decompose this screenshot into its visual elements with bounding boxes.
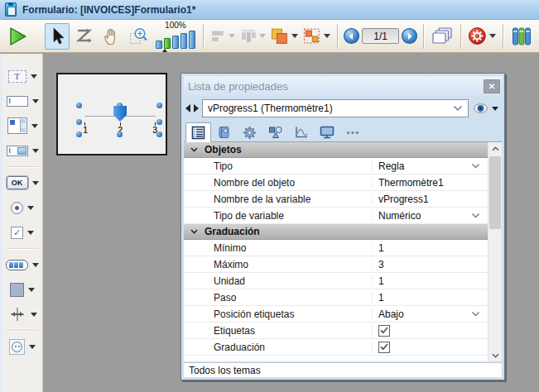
property-value[interactable]: Regla <box>373 158 488 174</box>
prev-object-icon[interactable] <box>185 104 190 112</box>
selection-handle[interactable] <box>76 103 82 108</box>
chevron-down-icon[interactable] <box>32 263 39 267</box>
chevron-down-icon[interactable] <box>31 124 38 128</box>
checkbox[interactable] <box>378 342 390 353</box>
palette-knob[interactable] <box>9 338 36 355</box>
selection-handle[interactable] <box>156 103 162 108</box>
selection-handle[interactable] <box>156 131 162 137</box>
scrollbar-thumb[interactable] <box>489 156 501 229</box>
selection-handle[interactable] <box>117 103 123 108</box>
palette-static-text[interactable]: T <box>8 68 37 84</box>
property-label: Tipo de variable <box>184 210 373 222</box>
property-label: Graduación <box>184 342 373 353</box>
palette-splitter[interactable] <box>8 306 37 323</box>
property-value[interactable]: Abajo <box>373 306 488 322</box>
tab-order-tool-button[interactable] <box>72 23 97 50</box>
selection-menu-arrow[interactable] <box>324 34 330 38</box>
property-value[interactable]: 1 <box>373 240 488 256</box>
selection-handle[interactable] <box>117 131 123 137</box>
property-value-text: Numérico <box>378 210 421 222</box>
zoom-level-marker[interactable] <box>162 49 167 52</box>
scroll-up-icon[interactable] <box>488 142 502 155</box>
property-row[interactable]: Graduación <box>184 339 488 356</box>
tab-more[interactable] <box>339 122 365 142</box>
chevron-down-icon[interactable] <box>27 231 34 235</box>
view-options-button[interactable] <box>472 103 500 113</box>
property-row[interactable]: Nombre de la variablevProgress1 <box>184 191 488 208</box>
page-indicator[interactable]: 1/1 <box>362 28 400 44</box>
palette-panel[interactable] <box>10 281 35 298</box>
order-menu-button[interactable] <box>269 23 299 50</box>
themes-footer[interactable]: Todos los temas <box>184 362 502 377</box>
prev-page-button[interactable] <box>344 28 359 44</box>
property-row[interactable]: Mínimo1 <box>184 240 488 256</box>
property-row[interactable]: Paso1 <box>184 289 488 306</box>
property-value[interactable]: Numérico <box>373 208 488 223</box>
palette-check-box[interactable]: ✓ <box>11 224 34 241</box>
palette-button[interactable]: OK <box>7 174 39 191</box>
selection-menu-button[interactable] <box>301 23 331 50</box>
next-object-icon[interactable] <box>194 104 199 112</box>
zoom-level-control[interactable]: 100% <box>154 21 197 52</box>
property-row[interactable]: Tipo de variableNumérico <box>184 208 488 224</box>
palette-radio-button[interactable] <box>11 199 34 216</box>
property-row[interactable]: Posición etiquetasAbajo <box>184 306 488 323</box>
chevron-down-icon[interactable] <box>32 99 39 103</box>
property-row[interactable]: TipoRegla <box>184 158 488 174</box>
property-value[interactable]: 3 <box>373 256 488 272</box>
section-header[interactable]: Graduación <box>184 224 488 240</box>
selection-handle[interactable] <box>156 119 162 125</box>
checkbox[interactable] <box>378 325 390 337</box>
main-toolbar: 100% 1/1 <box>0 20 539 53</box>
selection-handle[interactable] <box>76 131 82 137</box>
chevron-down-icon[interactable] <box>31 74 37 79</box>
chevron-down-icon[interactable] <box>31 313 37 317</box>
property-value[interactable]: 1 <box>373 289 488 305</box>
tab-settings[interactable] <box>237 122 262 142</box>
property-row[interactable]: Nombre del objetoThermomètre1 <box>184 174 488 191</box>
chevron-down-icon[interactable] <box>27 206 34 210</box>
tab-note[interactable] <box>211 122 237 142</box>
properties-panel-header[interactable]: Lista de propiedades ✕ <box>184 76 502 96</box>
property-value[interactable]: vProgress1 <box>373 191 488 207</box>
pan-tool-button[interactable] <box>99 23 124 50</box>
chevron-down-icon[interactable] <box>29 345 36 349</box>
library-button[interactable] <box>509 23 534 50</box>
scroll-down-icon[interactable] <box>488 349 502 361</box>
property-row[interactable]: Máximo3 <box>184 256 488 273</box>
next-page-button[interactable] <box>402 28 417 44</box>
close-icon[interactable]: ✕ <box>484 79 500 93</box>
select-tool-button[interactable] <box>45 23 70 50</box>
curve-icon <box>294 126 309 139</box>
palette-list-box[interactable] <box>7 117 38 134</box>
palette-edit-field[interactable]: I <box>7 93 39 109</box>
debug-menu-arrow[interactable] <box>489 34 496 38</box>
form-design-area[interactable]: 1 2 3 <box>56 73 167 155</box>
layers-button[interactable] <box>430 23 455 50</box>
tab-general[interactable] <box>185 122 211 142</box>
scrollbar[interactable] <box>488 142 502 361</box>
chevron-down-icon[interactable] <box>32 149 39 153</box>
chevron-down-icon[interactable] <box>28 288 35 292</box>
tab-order-icon <box>75 27 94 45</box>
property-row[interactable]: Unidad1 <box>184 273 488 289</box>
property-value[interactable] <box>373 323 488 338</box>
property-row[interactable]: Etiquetas <box>184 323 488 339</box>
palette-combo-box[interactable]: I <box>7 142 39 159</box>
selection-handle[interactable] <box>76 119 82 125</box>
tab-style[interactable] <box>262 122 288 142</box>
tab-display[interactable] <box>314 122 339 142</box>
chevron-down-icon[interactable] <box>32 181 39 185</box>
order-menu-arrow[interactable] <box>291 34 298 38</box>
palette-progress-bar[interactable] <box>6 256 39 273</box>
tab-curve[interactable] <box>288 122 314 142</box>
debug-menu-button[interactable] <box>467 23 497 50</box>
object-selector-combo[interactable]: vProgress1 (Thermomètre1) <box>202 99 469 117</box>
section-header[interactable]: Objetos <box>184 142 488 158</box>
property-value[interactable]: Thermomètre1 <box>373 174 488 190</box>
property-value[interactable] <box>373 339 488 355</box>
zoom-tool-button[interactable] <box>127 23 152 50</box>
panel-icon <box>10 283 24 297</box>
run-button[interactable] <box>5 23 30 50</box>
property-value[interactable]: 1 <box>373 273 488 289</box>
